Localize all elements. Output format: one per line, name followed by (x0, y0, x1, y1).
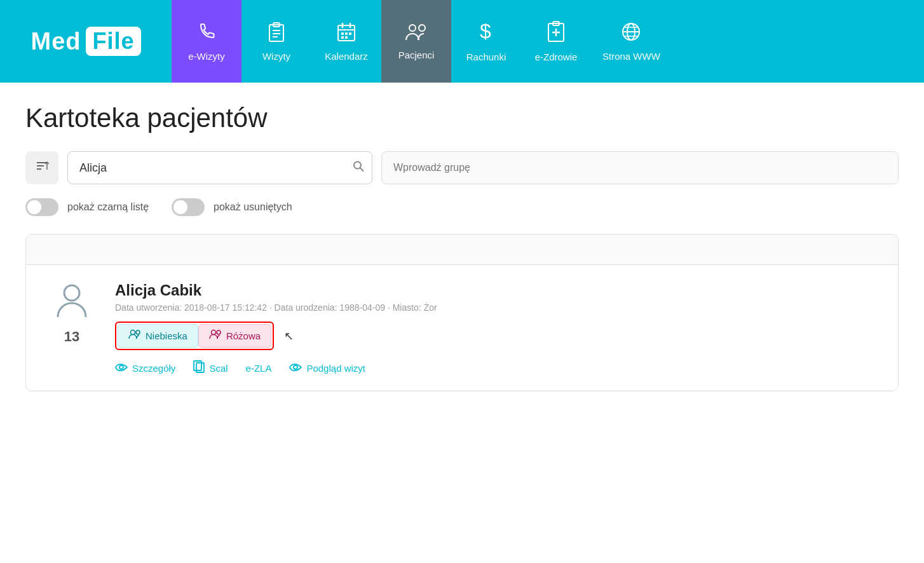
action-szczegoly-label: Szczegóły (132, 363, 175, 374)
nav-label-strona: Strona WWW (602, 51, 660, 62)
svg-point-15 (419, 25, 425, 31)
badge-niebieska-label: Niebieska (146, 330, 187, 341)
nav-label-rachunki: Rachunki (466, 51, 506, 62)
nav-label-ewizyty: e-Wizyty (188, 51, 225, 62)
blacklist-toggle-group: pokaż czarną listę (25, 198, 149, 216)
action-scal[interactable]: Scal (193, 360, 228, 376)
page-title: Kartoteka pacjentów (25, 103, 899, 133)
nav-label-wizyty: Wizyty (262, 51, 290, 62)
action-ezla[interactable]: e-ZLA (246, 363, 272, 374)
svg-point-34 (136, 330, 140, 334)
svg-point-30 (354, 162, 361, 169)
navbar: Med File e-Wizyty Wizyty (0, 0, 924, 83)
nav-item-ewizyty[interactable]: e-Wizyty (172, 0, 241, 83)
svg-point-37 (119, 365, 123, 369)
sort-button[interactable] (25, 151, 58, 184)
patient-list: 13 Alicja Cabik Data utworzenia: 2018-08… (25, 234, 899, 391)
svg-point-36 (217, 330, 221, 334)
patients-icon (404, 22, 428, 44)
nav-label-ezdrowie: e-Zdrowie (535, 51, 578, 62)
toggle-row: pokaż czarną listę pokaż usuniętych (25, 198, 899, 216)
svg-text:$: $ (480, 20, 491, 43)
deleted-toggle-group: pokaż usuniętych (172, 198, 292, 216)
svg-rect-12 (341, 36, 344, 39)
svg-point-40 (294, 365, 297, 369)
badge-niebieska[interactable]: Niebieska (118, 324, 198, 348)
logo-med: Med (31, 28, 81, 55)
nav-label-pacjenci: Pacjenci (398, 50, 435, 60)
svg-rect-13 (345, 36, 348, 39)
action-podglad-label: Podgląd wizyt (306, 363, 365, 374)
action-szczegoly[interactable]: Szczegóły (115, 362, 175, 375)
merge-icon (193, 360, 205, 376)
svg-point-14 (409, 25, 416, 31)
nav-item-rachunki[interactable]: $ Rachunki (451, 0, 521, 83)
globe-icon (620, 21, 642, 46)
nav-item-ezdrowie[interactable]: e-Zdrowie (521, 0, 591, 83)
dollar-icon: $ (479, 20, 494, 46)
logo-area: Med File (0, 0, 172, 83)
eye-icon-podglad (289, 362, 302, 375)
group-badges-wrap: Niebieska Różowa (115, 322, 274, 350)
blacklist-label: pokaż czarną listę (67, 201, 149, 213)
patient-number: 13 (64, 329, 79, 345)
patient-avatar-area: 13 (46, 282, 97, 345)
action-links: Szczegóły Scal e-ZLA (115, 360, 878, 376)
group-blue-icon (128, 329, 141, 343)
action-podglad[interactable]: Podgląd wizyt (289, 362, 365, 375)
nav-label-kalendarz: Kalendarz (325, 51, 368, 62)
deleted-slider (172, 198, 205, 216)
svg-rect-11 (349, 32, 351, 35)
action-scal-label: Scal (209, 363, 228, 374)
main-content: Kartoteka pacjentów (0, 83, 924, 563)
cursor-icon: ↖ (284, 329, 294, 343)
calendar-icon (336, 21, 357, 46)
blacklist-slider (25, 198, 58, 216)
search-input[interactable] (67, 151, 372, 184)
eye-icon-szczegoly (115, 362, 128, 375)
deleted-label: pokaż usuniętych (214, 201, 292, 213)
clipboard-icon (267, 21, 286, 46)
patient-name: Alicja Cabik (115, 282, 878, 299)
nav-item-wizyty[interactable]: Wizyty (241, 0, 311, 83)
blacklist-toggle[interactable] (25, 198, 58, 216)
patient-list-header (26, 234, 898, 265)
logo-file: File (86, 27, 140, 56)
patient-meta: Data utworzenia: 2018-08-17 15:12:42 · D… (115, 302, 878, 313)
search-input-wrap (67, 151, 372, 184)
badge-rozowa[interactable]: Różowa (198, 324, 271, 348)
svg-point-35 (211, 330, 215, 335)
group-input[interactable] (381, 151, 899, 184)
group-pink-icon (209, 329, 222, 343)
svg-rect-9 (341, 32, 344, 35)
badge-rozowa-label: Różowa (226, 330, 261, 341)
nav-item-kalendarz[interactable]: Kalendarz (311, 0, 381, 83)
action-ezla-label: e-ZLA (246, 363, 272, 374)
svg-point-32 (64, 285, 79, 301)
patient-card: 13 Alicja Cabik Data utworzenia: 2018-08… (26, 265, 898, 391)
nav-item-strona[interactable]: Strona WWW (591, 0, 672, 83)
svg-point-33 (131, 330, 135, 335)
svg-line-31 (360, 168, 364, 172)
nav-items: e-Wizyty Wizyty (172, 0, 924, 83)
search-button[interactable] (352, 160, 365, 176)
logo: Med File (31, 27, 140, 56)
search-row (25, 151, 899, 184)
phone-icon (196, 21, 217, 46)
patient-info: Alicja Cabik Data utworzenia: 2018-08-17… (115, 282, 878, 376)
svg-rect-10 (345, 32, 348, 35)
health-icon (547, 20, 566, 46)
sort-icon (35, 159, 49, 177)
avatar-icon (54, 282, 90, 325)
nav-item-pacjenci[interactable]: Pacjenci (381, 0, 451, 83)
deleted-toggle[interactable] (172, 198, 205, 216)
